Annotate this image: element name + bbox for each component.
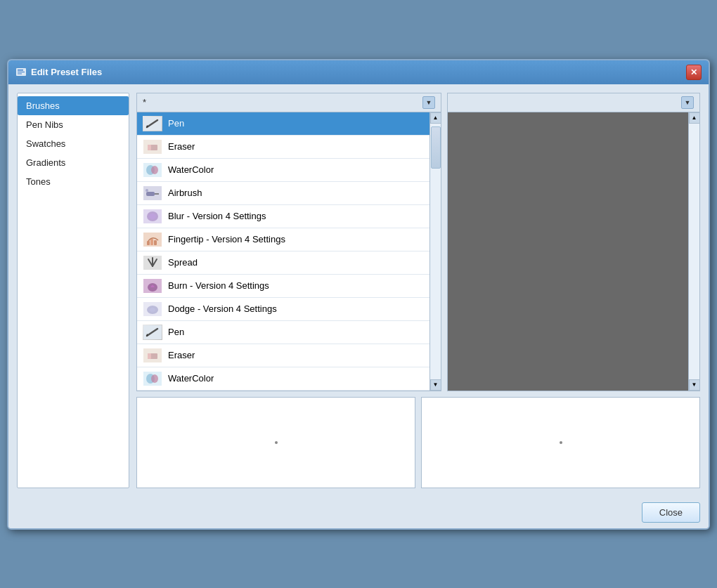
dialog-icon [15, 67, 27, 78]
sidebar-item-brushes[interactable]: Brushes [18, 96, 129, 115]
bottom-right-dot [560, 441, 562, 444]
scrollbar-track [430, 124, 441, 379]
list-header-label: * [143, 97, 146, 107]
list-item[interactable]: Fingertip - Version 4 Settings [137, 228, 429, 251]
bottom-panels [136, 397, 700, 488]
dodge-icon [143, 301, 162, 317]
svg-rect-1 [18, 70, 23, 71]
list-item[interactable]: Spread [137, 251, 429, 275]
blur-icon [143, 209, 162, 224]
list-item[interactable]: Airbrush [137, 182, 429, 205]
watercolor-icon-2 [143, 371, 162, 386]
list-scrollbar: ▲ ▼ [429, 112, 441, 391]
svg-point-19 [149, 214, 156, 219]
list-item[interactable]: Pen [137, 112, 429, 136]
bottom-right-panel [421, 397, 700, 488]
preview-scrollbar: ▲ ▼ [688, 112, 699, 391]
titlebar-close-button[interactable]: ✕ [686, 65, 702, 80]
spread-icon [143, 255, 162, 270]
list-item[interactable]: Eraser [137, 344, 429, 367]
list-scroll-container: Pen [137, 112, 441, 391]
list-item[interactable]: Dodge - Version 4 Settings [137, 298, 429, 321]
preview-header: ▼ [448, 93, 699, 112]
dialog-title: Edit Preset Files [31, 67, 102, 77]
sidebar-item-gradients[interactable]: Gradients [18, 153, 129, 172]
eraser-icon [143, 139, 162, 155]
top-panels: * ▼ [136, 93, 700, 391]
preview-scrollbar-up-button[interactable]: ▲ [689, 112, 700, 124]
close-button[interactable]: Close [642, 502, 700, 523]
list-dropdown-button[interactable]: ▼ [422, 96, 435, 109]
burn-icon [143, 278, 162, 294]
svg-rect-9 [148, 145, 151, 150]
list-item[interactable]: WaterColor [137, 159, 429, 182]
list-items: Pen [137, 112, 429, 391]
bottom-left-dot [275, 441, 278, 444]
svg-rect-21 [147, 241, 150, 245]
preview-dropdown-button[interactable]: ▼ [681, 96, 694, 109]
svg-point-41 [151, 374, 158, 383]
svg-rect-23 [154, 240, 157, 245]
pen-icon [143, 116, 162, 131]
list-header: * ▼ [137, 93, 441, 112]
preview-scrollbar-track [689, 124, 699, 379]
preview-scrollbar-down-button[interactable]: ▼ [689, 379, 700, 391]
sidebar-item-pen-nibs[interactable]: Pen Nibs [18, 115, 129, 134]
list-item[interactable]: Burn - Version 4 Settings [137, 275, 429, 298]
preview-content [448, 112, 688, 391]
svg-point-12 [151, 166, 158, 174]
svg-rect-38 [148, 353, 151, 359]
list-item[interactable]: Pen [137, 321, 429, 344]
list-item[interactable]: Blur - Version 4 Settings [137, 205, 429, 228]
scrollbar-thumb[interactable] [431, 126, 441, 169]
edit-preset-files-dialog: Edit Preset Files ✕ Brushes Pen Nibs Swa… [7, 59, 710, 530]
airbrush-icon [143, 185, 162, 201]
sidebar-item-swatches[interactable]: Swatches [18, 134, 129, 153]
sidebar: Brushes Pen Nibs Swatches Gradients Tone… [17, 93, 129, 488]
titlebar: Edit Preset Files ✕ [8, 60, 709, 84]
eraser-icon-2 [143, 348, 162, 363]
fingertip-icon [143, 232, 162, 247]
list-panel: * ▼ [136, 93, 441, 391]
svg-rect-3 [18, 73, 22, 74]
preview-panel: ▼ ▲ ▼ [447, 93, 700, 391]
svg-point-16 [146, 189, 148, 192]
svg-point-32 [150, 308, 155, 312]
bottom-left-panel [136, 397, 415, 488]
list-item[interactable]: Eraser [137, 136, 429, 159]
scrollbar-down-button[interactable]: ▼ [430, 379, 441, 391]
titlebar-title: Edit Preset Files [15, 67, 102, 78]
svg-rect-2 [18, 72, 25, 72]
scrollbar-up-button[interactable]: ▲ [430, 112, 441, 124]
watercolor-icon [143, 162, 162, 178]
pen-icon [143, 325, 162, 340]
dialog-footer: Close [8, 497, 709, 528]
sidebar-item-tones[interactable]: Tones [18, 172, 129, 191]
content-area: * ▼ [136, 93, 700, 488]
svg-rect-22 [150, 239, 153, 245]
dialog-body: Brushes Pen Nibs Swatches Gradients Tone… [8, 84, 709, 497]
svg-rect-14 [146, 192, 155, 196]
list-item[interactable]: WaterColor [137, 367, 429, 391]
